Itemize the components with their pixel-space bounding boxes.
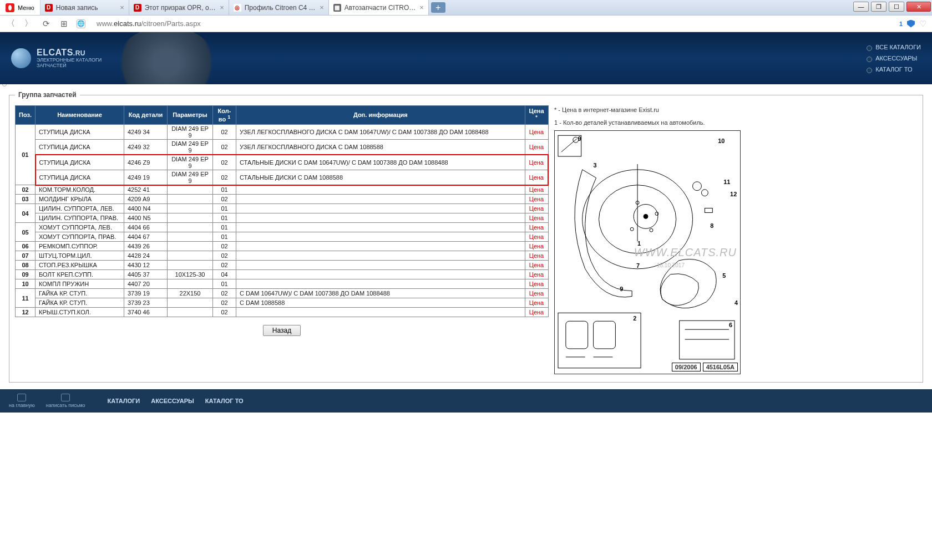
cell-qty: 02	[213, 261, 236, 270]
footer-home-link[interactable]: на главную	[9, 394, 35, 408]
footer-nav-link[interactable]: КАТАЛОГИ	[108, 398, 140, 404]
browser-tab[interactable]: D Новая запись ×	[40, 0, 129, 15]
price-link[interactable]: Цена	[529, 205, 544, 212]
browser-tab[interactable]: ◎ Профиль Citroen C4 хетч… ×	[229, 0, 329, 15]
nav-forward-button[interactable]: 〉	[23, 19, 33, 29]
table-row: 08СТОП.РЕЗ.КРЫШКА4430 1202Цена	[16, 261, 549, 270]
tab-title: Автозапчасти CITROEN - …	[345, 4, 416, 12]
cell-price: Цена	[525, 242, 548, 251]
price-link[interactable]: Цена	[529, 159, 544, 166]
url-bar[interactable]: www.elcats.ru/citroen/Parts.aspx	[93, 18, 892, 29]
svg-text:4: 4	[735, 299, 738, 306]
header-nav-link[interactable]: КАТАЛОГ ТО	[865, 64, 921, 75]
cell-name: ЦИЛИН. СУППОРТА, ПРАВ.	[36, 213, 124, 223]
cell-name: СТУПИЦА ДИСКА	[36, 155, 124, 170]
nav-reload-button[interactable]: ⟳	[41, 19, 51, 29]
table-row: СТУПИЦА ДИСКА4249 19DIAM 249 EP 902СТАЛЬ…	[16, 170, 549, 185]
header-nav: ВСЕ КАТАЛОГИАКСЕССУАРЫКАТАЛОГ ТО	[865, 42, 921, 75]
cell-code: 4407 20	[124, 279, 168, 289]
browser-tab[interactable]: ▦ Автозапчасти CITROEN - … ×	[329, 0, 429, 15]
price-link[interactable]: Цена	[529, 196, 544, 202]
parts-diagram[interactable]: 9 1 3 10 11 12 8 7 9 5 4 2 6	[554, 130, 741, 374]
table-row: 01СТУПИЦА ДИСКА4249 34DIAM 249 EP 902УЗЕ…	[16, 124, 549, 139]
svg-text:10: 10	[718, 138, 725, 144]
price-link[interactable]: Цена	[529, 290, 544, 297]
price-link[interactable]: Цена	[529, 186, 544, 193]
nav-back-button[interactable]: 〈	[6, 19, 16, 29]
cell-param	[168, 185, 213, 195]
footer-mail-link[interactable]: написать письмо	[46, 394, 85, 408]
cell-price: Цена	[525, 279, 548, 289]
shield-icon[interactable]	[907, 20, 915, 28]
price-link[interactable]: Цена	[529, 252, 544, 259]
cell-price: Цена	[525, 289, 548, 298]
cell-code: 3739 19	[124, 289, 168, 298]
tab-close-icon[interactable]: ×	[419, 3, 424, 12]
opera-menu-button[interactable]: Меню	[0, 0, 40, 15]
svg-point-7	[630, 227, 634, 231]
blocked-count-badge: 1	[899, 21, 903, 27]
window-maximize-button[interactable]: ☐	[889, 2, 904, 12]
window-minimize-button[interactable]: —	[853, 2, 869, 12]
price-link[interactable]: Цена	[529, 243, 544, 250]
price-link[interactable]: Цена	[529, 281, 544, 287]
svg-text:9: 9	[578, 135, 581, 142]
price-link[interactable]: Цена	[529, 215, 544, 221]
cell-code: 4405 37	[124, 270, 168, 279]
table-row: 11ГАЙКА КР. СТУП.3739 1922X15002C DAM 10…	[16, 289, 549, 298]
table-row: 04ЦИЛИН. СУППОРТА, ЛЕВ.4400 N401Цена	[16, 204, 549, 213]
cell-param	[168, 261, 213, 270]
diagram-date-box: 09/2006	[672, 363, 701, 371]
th-name: Наименование	[36, 106, 124, 125]
table-header-row: Поз. Наименование Код детали Параметры К…	[16, 106, 549, 125]
svg-point-5	[655, 212, 659, 215]
price-link[interactable]: Цена	[529, 262, 544, 268]
price-link[interactable]: Цена	[529, 144, 544, 150]
tab-close-icon[interactable]: ×	[320, 3, 324, 12]
fieldset-legend: Группа запчастей	[15, 91, 80, 99]
price-link[interactable]: Цена	[529, 224, 544, 231]
site-info-icon[interactable]: 🌐	[77, 19, 85, 28]
cell-price: Цена	[525, 139, 548, 155]
cell-param	[168, 204, 213, 213]
footer-nav-link[interactable]: АКСЕССУАРЫ	[151, 398, 194, 404]
browser-tab[interactable]: D Этот призрак OPR, он же… ×	[129, 0, 229, 15]
cell-code: 4400 N4	[124, 204, 168, 213]
site-logo[interactable]: ELCATS.RU ЭЛЕКТРОННЫЕ КАТАЛОГИ ЗАПЧАСТЕЙ	[11, 48, 102, 69]
site-header: ELCATS.RU ЭЛЕКТРОННЫЕ КАТАЛОГИ ЗАПЧАСТЕЙ…	[0, 32, 932, 84]
new-tab-button[interactable]: +	[431, 2, 445, 13]
tab-title: Этот призрак OPR, он же…	[145, 4, 216, 12]
price-link[interactable]: Цена	[529, 299, 544, 306]
table-row: 10КОМПЛ ПРУЖИН4407 2001Цена	[16, 279, 549, 289]
cell-name: СТУПИЦА ДИСКА	[36, 139, 124, 155]
cell-name: БОЛТ КРЕП.СУПП.	[36, 270, 124, 279]
cell-price: Цена	[525, 195, 548, 204]
cell-param	[168, 213, 213, 223]
heart-icon[interactable]: ♡	[919, 19, 926, 29]
cell-param	[168, 251, 213, 261]
price-link[interactable]: Цена	[529, 129, 544, 135]
page-content: Группа запчастей Поз. Наименование Код д…	[0, 84, 932, 389]
price-link[interactable]: Цена	[529, 233, 544, 240]
mail-icon	[61, 394, 70, 401]
price-link[interactable]: Цена	[529, 174, 544, 181]
nav-speed-dial-button[interactable]: ⊞	[59, 19, 69, 29]
cell-info: УЗЕЛ ЛЕГКОСПЛАВНОГО ДИСКА C DAM 1088588	[236, 139, 525, 155]
back-button[interactable]: Назад	[263, 325, 301, 336]
tab-close-icon[interactable]: ×	[120, 3, 124, 12]
window-restore-button[interactable]: ❐	[871, 2, 887, 12]
price-link[interactable]: Цена	[529, 271, 544, 278]
window-close-button[interactable]: ✕	[906, 2, 931, 12]
cell-qty: 02	[213, 298, 236, 308]
cell-info	[236, 308, 525, 317]
footer-nav-link[interactable]: КАТАЛОГ ТО	[205, 398, 244, 404]
svg-text:2: 2	[633, 315, 636, 322]
cell-price: Цена	[525, 223, 548, 232]
price-link[interactable]: Цена	[529, 309, 544, 315]
header-nav-link[interactable]: АКСЕССУАРЫ	[865, 53, 921, 64]
cell-name: ХОМУТ СУППОРТА, ЛЕВ.	[36, 223, 124, 232]
tab-close-icon[interactable]: ×	[220, 3, 224, 12]
brand-name: ELCATS	[37, 48, 73, 57]
table-row: СТУПИЦА ДИСКА4249 32DIAM 249 EP 902УЗЕЛ …	[16, 139, 549, 155]
header-nav-link[interactable]: ВСЕ КАТАЛОГИ	[865, 42, 921, 53]
